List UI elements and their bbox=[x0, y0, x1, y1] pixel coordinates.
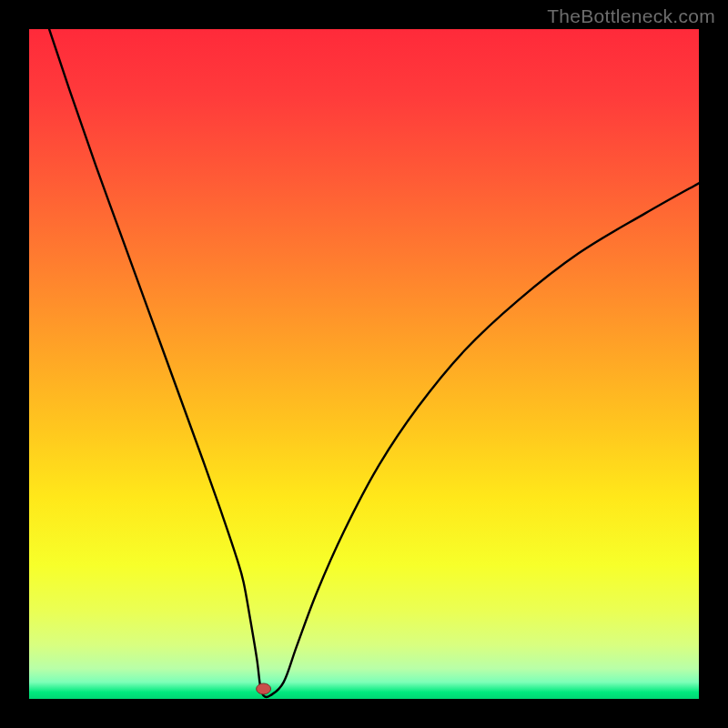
chart-svg bbox=[29, 29, 699, 699]
watermark-text: TheBottleneck.com bbox=[547, 5, 715, 27]
minimum-dot bbox=[257, 683, 271, 694]
chart-frame: TheBottleneck.com bbox=[0, 0, 728, 728]
gradient-background bbox=[29, 29, 699, 699]
plot-area bbox=[29, 29, 699, 699]
